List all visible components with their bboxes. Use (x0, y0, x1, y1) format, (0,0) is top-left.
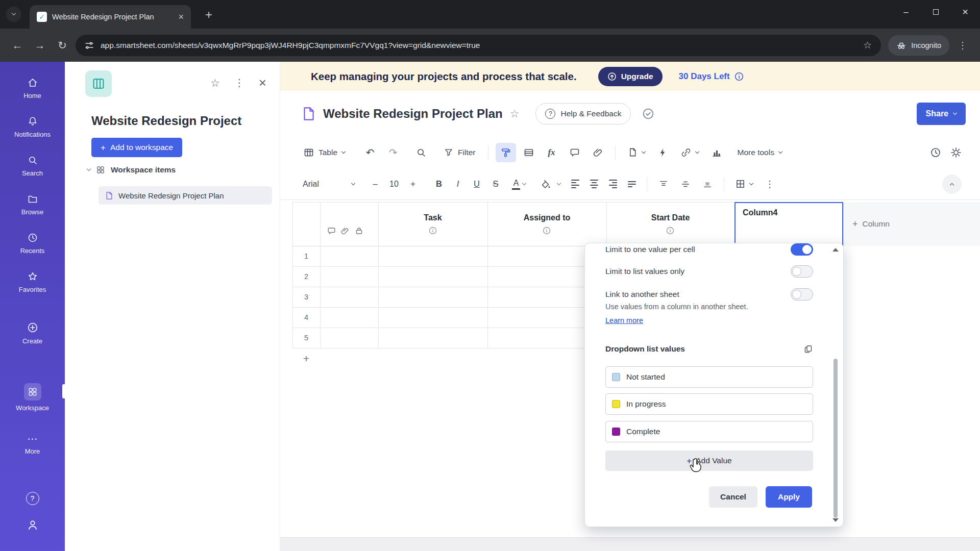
automation-button[interactable] (653, 143, 673, 162)
gear-icon[interactable] (950, 147, 962, 158)
url-input[interactable]: app.smartsheet.com/sheets/v3qwxMgRrP9pqp… (76, 35, 881, 56)
collapse-toolbar-button[interactable] (942, 174, 962, 194)
align-left-button[interactable] (571, 180, 579, 188)
workspace-item-selected[interactable]: Website Redesign Project Plan (99, 186, 272, 205)
font-size-value[interactable]: 10 (385, 180, 403, 189)
document-tools-button[interactable] (623, 142, 650, 163)
window-close-button[interactable] (950, 0, 980, 23)
column-header-start-date[interactable]: Start Date (606, 210, 734, 226)
add-column-button[interactable]: Column (843, 202, 980, 246)
search-button[interactable] (411, 143, 431, 162)
info-icon[interactable] (734, 72, 744, 81)
cell-format-button[interactable] (519, 143, 539, 162)
sidebar-item-browse[interactable]: Browse (0, 185, 65, 224)
favorite-star-icon[interactable] (510, 108, 520, 119)
link-tools-button[interactable] (676, 142, 704, 163)
copy-icon[interactable] (803, 344, 813, 354)
workspace-items-section[interactable]: Workspace items (87, 165, 176, 174)
bold-button[interactable]: B (430, 176, 448, 193)
window-maximize-button[interactable] (921, 0, 950, 23)
popup-scrollbar-thumb[interactable] (834, 359, 838, 518)
horizontal-scrollbar[interactable] (280, 537, 980, 551)
row-number[interactable]: 3 (292, 287, 320, 307)
more-options-icon[interactable] (234, 78, 244, 88)
column-header-column4-selected[interactable]: Column4 (734, 202, 843, 246)
add-to-workspace-button[interactable]: Add to workspace (91, 138, 182, 157)
sidebar-item-search[interactable]: Search (0, 146, 65, 185)
sidebar-item-home[interactable]: Home (0, 69, 65, 108)
vertical-align-bottom-button[interactable] (697, 174, 718, 194)
column-header-task[interactable]: Task (378, 210, 487, 226)
window-minimize-button[interactable] (891, 0, 921, 23)
history-icon[interactable] (930, 147, 941, 158)
link-sheet-toggle[interactable] (791, 288, 813, 300)
view-switcher-button[interactable]: Table (299, 142, 350, 163)
align-center-button[interactable] (590, 180, 598, 188)
cancel-button[interactable]: Cancel (709, 486, 757, 508)
help-button[interactable]: ? (0, 492, 65, 505)
wrap-text-button[interactable] (628, 181, 636, 187)
format-painter-button[interactable] (496, 143, 516, 162)
add-value-button[interactable]: Add Value (605, 450, 813, 471)
limit-one-value-toggle[interactable] (791, 243, 813, 256)
help-feedback-button[interactable]: ? Help & Feedback (535, 103, 631, 124)
add-row-button[interactable] (292, 349, 320, 368)
sidebar-item-more[interactable]: More (0, 425, 65, 464)
font-size-increase-button[interactable] (404, 176, 422, 193)
scroll-down-arrow[interactable] (832, 518, 839, 522)
align-right-button[interactable] (609, 180, 617, 188)
share-button[interactable]: Share (917, 103, 966, 125)
browser-tab[interactable]: Website Redesign Project Plan (30, 5, 191, 29)
row-number[interactable]: 1 (292, 246, 320, 266)
font-family-dropdown[interactable]: Arial (299, 180, 359, 189)
favorite-star-icon[interactable] (210, 78, 220, 88)
color-swatch[interactable] (612, 428, 620, 436)
sidebar-item-create[interactable]: Create (0, 314, 65, 353)
comment-column-icon[interactable] (327, 227, 336, 235)
list-value-not-started[interactable]: Not started (605, 366, 813, 388)
more-tools-button[interactable]: More tools (732, 142, 787, 163)
sidebar-item-recents[interactable]: Recents (0, 224, 65, 263)
filter-button[interactable]: Filter (439, 142, 480, 163)
comment-button[interactable] (565, 143, 585, 162)
underline-button[interactable]: U (468, 176, 485, 193)
row-number[interactable]: 5 (292, 328, 320, 348)
tab-search-button[interactable] (6, 7, 21, 22)
column-header-assigned-to[interactable]: Assigned to (487, 210, 606, 226)
site-info-icon[interactable] (85, 41, 94, 50)
learn-more-link[interactable]: Learn more (605, 316, 643, 324)
formula-button[interactable]: fx (542, 143, 562, 162)
chevron-down-icon[interactable] (557, 181, 561, 185)
text-color-button[interactable]: A (512, 179, 520, 190)
lock-column-icon[interactable] (355, 227, 363, 235)
strikethrough-button[interactable]: S (487, 176, 504, 193)
account-avatar[interactable] (0, 519, 65, 531)
attachment-button[interactable] (587, 143, 608, 162)
vertical-align-middle-button[interactable] (675, 174, 696, 194)
borders-button[interactable] (730, 174, 758, 194)
fill-color-button[interactable] (535, 174, 556, 194)
limit-list-values-toggle[interactable] (791, 265, 813, 278)
row-number[interactable]: 2 (292, 266, 320, 287)
tab-close-icon[interactable] (178, 12, 184, 21)
row-number[interactable]: 4 (292, 307, 320, 328)
undo-button[interactable] (360, 143, 380, 162)
scroll-up-arrow[interactable] (832, 248, 839, 252)
assigned-to-info-icon[interactable] (543, 227, 551, 235)
more-format-options-button[interactable] (760, 174, 780, 194)
list-value-in-progress[interactable]: In progress (605, 393, 813, 415)
chart-button[interactable] (706, 143, 727, 162)
start-date-info-icon[interactable] (666, 227, 674, 235)
attachment-column-icon[interactable] (340, 227, 349, 235)
color-swatch[interactable] (612, 400, 620, 408)
close-panel-icon[interactable] (259, 76, 266, 89)
task-info-icon[interactable] (429, 227, 437, 235)
sidebar-item-workspace[interactable]: Workspace (0, 378, 65, 417)
forward-button[interactable] (31, 36, 49, 55)
browser-menu-button[interactable] (953, 36, 972, 55)
new-tab-button[interactable] (205, 9, 212, 21)
italic-button[interactable]: I (449, 176, 467, 193)
back-button[interactable] (8, 36, 27, 55)
sidebar-item-favorites[interactable]: Favorites (0, 263, 65, 302)
sidebar-item-notifications[interactable]: Notifications (0, 108, 65, 146)
